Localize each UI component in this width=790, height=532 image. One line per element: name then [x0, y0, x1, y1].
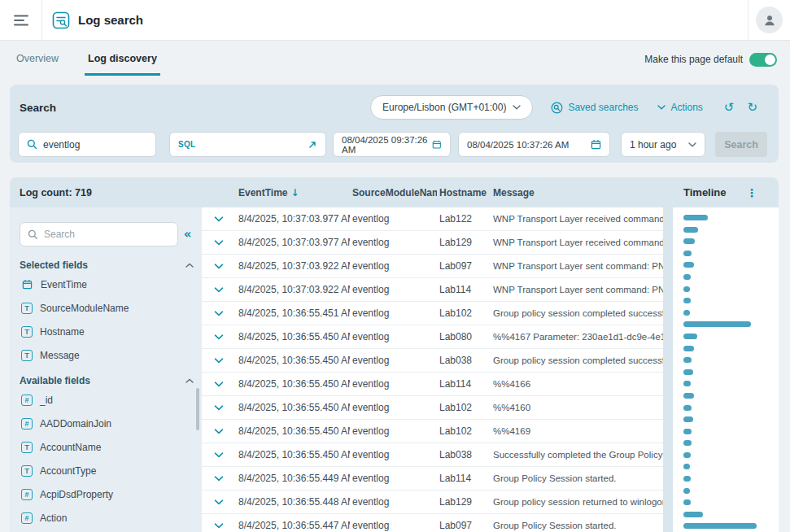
- timeline-bar: [683, 440, 692, 446]
- field-item[interactable]: #Action: [20, 506, 194, 530]
- row-expand-button[interactable]: [202, 396, 236, 419]
- saved-search-icon: [551, 102, 563, 114]
- cell-hostname: Lab102: [437, 302, 491, 325]
- timeline-bar: [683, 286, 690, 292]
- cell-event-time: 8/4/2025, 10:37:03.977 AM: [236, 231, 350, 254]
- time-range-select[interactable]: 1 hour ago: [621, 132, 705, 157]
- cell-message: Group policy session returned to winlogo…: [491, 491, 663, 513]
- chevron-up-icon: [185, 378, 194, 383]
- row-expand-button[interactable]: [202, 443, 236, 466]
- redo-icon[interactable]: ↻: [747, 100, 757, 115]
- row-expand-button[interactable]: [202, 231, 236, 254]
- cell-message: WNP Transport Layer sent command: PNG, T…: [491, 278, 663, 301]
- column-header-sourcemodulename[interactable]: SourceModuleName: [350, 187, 437, 198]
- row-expand-button[interactable]: [202, 467, 236, 490]
- selected-fields-list: EventTimeTSourceModuleNameTHostnameTMess…: [20, 273, 194, 367]
- cell-message: WNP Transport Layer received command: PN…: [491, 231, 663, 254]
- field-label: AccountType: [40, 465, 96, 477]
- column-header-eventtime[interactable]: EventTime ↓: [236, 187, 350, 198]
- timeline-menu-icon[interactable]: ⋮: [746, 186, 757, 199]
- field-item[interactable]: EventTime: [20, 273, 194, 296]
- chevron-down-icon: [214, 523, 224, 529]
- cell-message: Group Policy Session started.: [491, 467, 663, 490]
- field-item[interactable]: TAccountName: [20, 435, 194, 459]
- available-fields-header[interactable]: Available fields: [20, 373, 194, 388]
- field-item[interactable]: #_id: [20, 388, 194, 412]
- cell-hostname: Lab129: [437, 491, 491, 513]
- selected-fields-title: Selected fields: [20, 259, 88, 271]
- text-type-icon: T: [21, 303, 33, 314]
- cell-hostname: Lab114: [437, 467, 491, 490]
- actions-button[interactable]: Actions: [657, 102, 702, 113]
- field-item[interactable]: TMessage: [20, 343, 194, 367]
- sidebar-scrollbar[interactable]: [196, 388, 199, 430]
- expand-icon[interactable]: [308, 140, 317, 150]
- make-default-toggle[interactable]: [749, 53, 777, 67]
- field-item[interactable]: #AADDomainJoin: [20, 412, 194, 435]
- cell-hostname: Lab080: [437, 325, 491, 348]
- undo-icon[interactable]: ↺: [724, 100, 735, 115]
- row-expand-button[interactable]: [202, 325, 236, 348]
- chevron-down-icon: [214, 429, 224, 434]
- sql-query-box[interactable]: SQL: [169, 132, 326, 157]
- user-icon: [762, 13, 777, 28]
- tab-log-discovery[interactable]: Log discovery: [85, 43, 160, 76]
- saved-searches-button[interactable]: Saved searches: [551, 102, 638, 114]
- collapse-sidebar-icon[interactable]: «: [181, 227, 194, 242]
- query-input[interactable]: [43, 139, 147, 150]
- field-item[interactable]: #AcpiDsdProperty: [20, 482, 194, 506]
- timeline-chart[interactable]: [673, 207, 779, 532]
- log-count: Log count: 719: [20, 187, 92, 198]
- column-header-hostname[interactable]: Hostname: [437, 187, 491, 198]
- user-avatar[interactable]: [756, 7, 783, 33]
- timezone-select[interactable]: Europe/Lisbon (GMT+01:00): [370, 95, 533, 120]
- cell-hostname: Lab129: [437, 231, 491, 254]
- timeline-bar: [683, 238, 695, 244]
- log-count-cell: Log count: 719: [10, 177, 202, 207]
- row-expand-button[interactable]: [202, 302, 236, 325]
- timeline-bar: [683, 274, 691, 280]
- cell-message: %%4169: [491, 420, 663, 443]
- cell-event-time: 8/4/2025, 10:37:03.977 AM: [236, 207, 350, 230]
- toggle-knob: [765, 55, 775, 65]
- calendar-icon: [432, 139, 442, 150]
- number-type-icon: #: [21, 489, 33, 500]
- tab-overview[interactable]: Overview: [13, 43, 62, 76]
- cell-source-module: eventlog: [350, 373, 437, 395]
- row-expand-button[interactable]: [202, 255, 236, 277]
- search-panel-title: Search: [20, 102, 56, 114]
- row-expand-button[interactable]: [202, 420, 236, 443]
- column-header-message[interactable]: Message: [491, 187, 663, 198]
- cell-source-module: eventlog: [350, 231, 437, 254]
- selected-fields-header[interactable]: Selected fields: [20, 258, 194, 273]
- start-time-input[interactable]: 08/04/2025 09:37:26 AM: [333, 132, 451, 157]
- row-expand-button[interactable]: [202, 491, 236, 513]
- field-item[interactable]: TAccountType: [20, 459, 194, 482]
- query-input-box: [18, 132, 156, 157]
- cell-hostname: Lab038: [437, 443, 491, 466]
- row-expand-button[interactable]: [202, 514, 236, 532]
- menu-toggle-button[interactable]: [0, 0, 42, 41]
- fields-search-input[interactable]: [44, 229, 170, 240]
- sort-desc-icon[interactable]: ↓: [290, 187, 299, 198]
- end-time-input[interactable]: 08/04/2025 10:37:26 AM: [458, 132, 610, 157]
- row-expand-button[interactable]: [202, 373, 236, 395]
- search-panel: Search Europe/Lisbon (GMT+01:00) Saved s…: [10, 85, 779, 163]
- panel-gap: [663, 207, 673, 532]
- time-range-value: 1 hour ago: [630, 139, 676, 150]
- row-expand-button[interactable]: [202, 278, 236, 301]
- table-row: 8/4/2025, 10:36:55.450 AMeventlogLab038G…: [202, 349, 663, 373]
- chevron-down-icon: [513, 105, 521, 110]
- row-expand-button[interactable]: [202, 349, 236, 372]
- field-item[interactable]: TSourceModuleName: [20, 296, 194, 320]
- search-button[interactable]: Search: [715, 132, 767, 157]
- field-label: Hostname: [40, 326, 85, 338]
- timeline-bar: [683, 499, 691, 505]
- row-expand-button[interactable]: [202, 207, 236, 230]
- cell-message: WNP Transport Layer received command: PN…: [491, 207, 663, 230]
- field-label: Message: [40, 350, 80, 361]
- timeline-title: Timeline: [683, 186, 727, 198]
- timeline-bar: [683, 262, 694, 268]
- field-item[interactable]: THostname: [20, 320, 194, 343]
- cell-message: Group Policy Session started.: [491, 514, 663, 532]
